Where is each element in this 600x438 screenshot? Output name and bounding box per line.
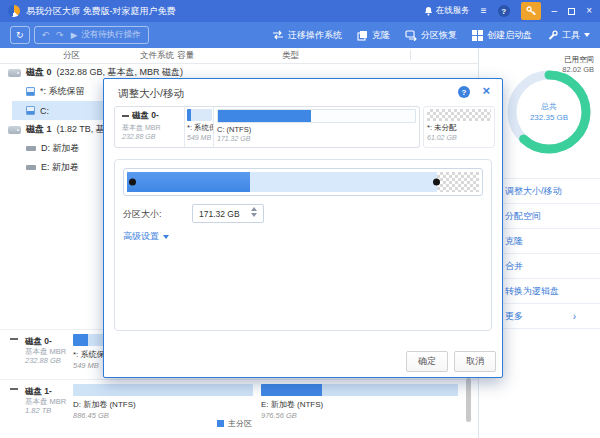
strip-d-label: D: 新加卷 (NTFS)	[73, 399, 253, 410]
dialog-disk-size: 232.88 GB	[122, 133, 180, 140]
op-allocate-label: 分配空间	[505, 210, 541, 223]
partition-icon	[26, 87, 35, 96]
pending-operations-group: ↶ ↷ ▶ 没有待执行操作	[34, 26, 149, 44]
execute-operations-button[interactable]: ▶ 没有待执行操作	[71, 29, 141, 41]
disk-icon	[8, 69, 21, 77]
c-drive-label: C:	[40, 106, 49, 116]
dialog-sysres-label: *: 系统保...	[187, 123, 212, 133]
spinner-down-icon[interactable]	[251, 213, 257, 217]
strip-e-size: 976.56 GB	[261, 411, 458, 420]
table-header: 分区 文件系统 容量 类型	[0, 48, 478, 64]
volume-icon	[26, 165, 36, 170]
disk-icon	[8, 126, 21, 134]
dialog-body: 分区大小: 高级设置	[114, 159, 492, 331]
vertical-scrollbar[interactable]	[466, 378, 471, 422]
maximize-button[interactable]	[568, 8, 575, 15]
strip-disk1-size: 1.82 TB	[25, 406, 66, 415]
op-convert-label: 转换为逻辑盘	[505, 285, 559, 298]
migrate-os-button[interactable]: 迁移操作系统	[272, 29, 342, 42]
slider-right-handle[interactable]	[433, 179, 440, 186]
titlebar: 易我分区大师 免费版-对家庭用户免费 在线服务 ≡ ? – ×	[0, 0, 600, 22]
ok-button[interactable]: 确定	[406, 351, 448, 372]
refresh-button[interactable]: ↻	[10, 26, 30, 44]
bell-icon	[424, 6, 433, 16]
dialog-disk-kind: 基本盘 MBR	[122, 123, 180, 133]
undo-button[interactable]: ↶	[42, 30, 50, 40]
online-service-label: 在线服务	[436, 5, 470, 17]
strip-e-cell[interactable]: E: 新加卷 (NTFS) 976.56 GB	[261, 384, 458, 420]
legend-primary-partition: 主分区	[217, 418, 252, 429]
partition-bar	[187, 109, 212, 121]
strip-disk1-kind: 基本盘 MBR	[25, 397, 66, 406]
volume-icon	[26, 146, 36, 151]
chevron-right-icon: ›	[573, 311, 576, 322]
create-boot-disk-label: 创建启动盘	[487, 29, 532, 42]
play-icon: ▶	[71, 30, 78, 40]
op-more-label: 更多	[505, 310, 523, 323]
strip-disk0-size: 232.88 GB	[25, 356, 66, 365]
window-title: 易我分区大师 免费版-对家庭用户免费	[26, 5, 176, 18]
dialog-c-cell[interactable]: C: (NTFS) 171.32 GB	[214, 107, 419, 147]
create-boot-disk-button[interactable]: 创建启动盘	[472, 29, 532, 42]
minimize-button[interactable]: –	[552, 6, 558, 16]
clone-button[interactable]: 克隆	[357, 29, 390, 42]
column-capacity[interactable]: 容量	[177, 50, 194, 62]
dialog-unalloc-label: *: 未分配	[427, 123, 491, 133]
chevron-down-icon	[584, 33, 590, 37]
size-spinner[interactable]	[251, 207, 257, 217]
partition-bar	[261, 384, 458, 396]
unallocated-bar	[427, 109, 491, 121]
spinner-up-icon[interactable]	[251, 207, 257, 211]
collapse-icon[interactable]	[10, 388, 18, 390]
close-button[interactable]: ×	[586, 6, 592, 16]
dialog-sysres-cell[interactable]: *: 系统保... 549 MB	[185, 107, 214, 147]
dialog-unallocated-cell[interactable]: *: 未分配 61.02 GB	[423, 106, 495, 148]
strip-disk1-name: 磁盘 1-	[25, 386, 66, 397]
license-key-button[interactable]	[521, 2, 541, 20]
slider-track[interactable]	[127, 172, 479, 192]
partition-recovery-icon	[405, 30, 417, 41]
resize-slider[interactable]	[123, 168, 483, 196]
migrate-os-label: 迁移操作系统	[288, 29, 342, 42]
clone-label: 克隆	[372, 29, 390, 42]
partition-recovery-button[interactable]: 分区恢复	[405, 29, 457, 42]
dialog-disk-strip: 磁盘 0- 基本盘 MBR 232.88 GB *: 系统保... 549 MB…	[114, 106, 420, 148]
redo-button[interactable]: ↷	[56, 30, 64, 40]
boot-disk-icon	[472, 30, 483, 41]
e-drive-label: E: 新加卷	[41, 161, 79, 174]
partition-size-label: 分区大小:	[123, 208, 162, 221]
dialog-disk-info: 磁盘 0- 基本盘 MBR 232.88 GB	[115, 107, 185, 147]
strip-d-cell[interactable]: D: 新加卷 (NTFS) 886.45 GB	[73, 384, 253, 420]
help-icon[interactable]: ?	[498, 5, 510, 17]
system-reserved-label: *: 系统保留	[40, 85, 85, 98]
op-resize-label: 调整大小/移动	[505, 185, 562, 198]
tools-menu-button[interactable]: 工具	[547, 29, 590, 42]
d-drive-label: D: 新加卷	[41, 142, 80, 155]
app-window: 易我分区大师 免费版-对家庭用户免费 在线服务 ≡ ? – × ↻ ↶ ↷ ▶ …	[0, 0, 600, 438]
clone-icon	[357, 30, 368, 41]
usage-donut-center: 总共 232.35 GB	[505, 68, 593, 156]
used-space-title: 已用空间	[562, 55, 594, 65]
total-value: 232.35 GB	[530, 112, 568, 123]
dialog-close-icon[interactable]: ×	[482, 84, 490, 97]
partition-bar	[73, 384, 253, 396]
partition-recovery-label: 分区恢复	[421, 29, 457, 42]
online-service-button[interactable]: 在线服务	[424, 5, 470, 17]
strip-disk0-name: 磁盘 0-	[25, 336, 66, 347]
menu-icon[interactable]: ≡	[481, 6, 487, 16]
column-type[interactable]: 类型	[282, 50, 299, 62]
column-filesystem[interactable]: 文件系统	[140, 50, 174, 62]
column-partition[interactable]: 分区	[63, 50, 80, 62]
advanced-settings-link[interactable]: 高级设置	[123, 230, 169, 243]
op-clone-label: 克隆	[505, 235, 523, 248]
disk1-name: 磁盘 1	[26, 123, 52, 136]
cancel-button[interactable]: 取消	[454, 351, 496, 372]
key-icon	[525, 5, 537, 17]
dialog-help-icon[interactable]: ?	[458, 86, 470, 98]
slider-used-segment	[127, 172, 250, 192]
slider-left-handle[interactable]	[129, 179, 136, 186]
column-divider	[410, 50, 411, 60]
collapse-icon[interactable]	[10, 338, 18, 340]
strip-disk0-kind: 基本盘 MBR	[25, 347, 66, 356]
slider-unallocated-segment	[437, 172, 479, 192]
